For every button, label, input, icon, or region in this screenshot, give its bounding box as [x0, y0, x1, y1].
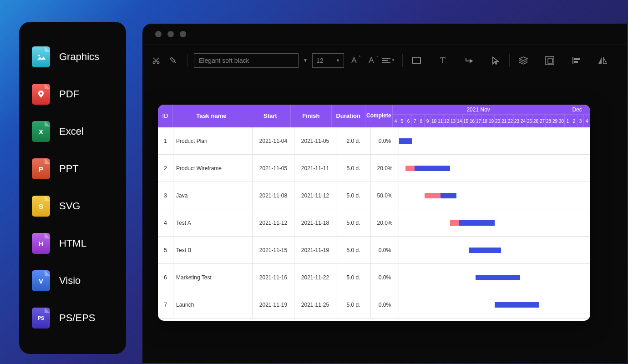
- cell-complete: 0.0%: [371, 291, 399, 318]
- cell-id: 1: [158, 127, 173, 154]
- align-left-button[interactable]: [569, 53, 583, 68]
- progress-bar[interactable]: [476, 275, 520, 280]
- progress-bar[interactable]: [495, 302, 539, 308]
- cell-duration: 5.0 d.: [336, 209, 371, 236]
- svg-point-1: [38, 55, 40, 56]
- bar-area: [399, 209, 590, 236]
- cell-finish: 2021-11-05: [294, 127, 336, 154]
- cell-task: Test B: [173, 237, 253, 263]
- maximize-dot[interactable]: [180, 31, 186, 37]
- day-cell: 2: [571, 115, 577, 127]
- sidebar-item-svg[interactable]: S SVG: [28, 187, 117, 225]
- cell-task: Java: [173, 182, 253, 209]
- table-row[interactable]: 1Product Plan2021-11-042021-11-052.0 d.0…: [158, 127, 590, 155]
- toolbar: Elegant soft black ▼ 12▼ A+ A- ▼ T: [142, 45, 627, 76]
- progress-bar[interactable]: [399, 138, 412, 144]
- graphics-icon: [32, 46, 50, 67]
- table-row[interactable]: 7Launch2021-11-192021-11-255.0 d.0.0%: [158, 291, 590, 318]
- sidebar-item-excel[interactable]: X Excel: [28, 113, 117, 150]
- bar-area: [399, 155, 590, 182]
- font-dropdown-caret[interactable]: ▼: [301, 58, 309, 63]
- group-button[interactable]: [542, 53, 557, 68]
- day-cell: 23: [514, 115, 520, 127]
- progress-bar[interactable]: [459, 220, 495, 226]
- day-cell: 12: [444, 115, 450, 127]
- cut-button[interactable]: [149, 53, 163, 68]
- rectangle-tool[interactable]: [409, 53, 424, 68]
- table-row[interactable]: 6Marketing Test2021-11-162021-11-225.0 d…: [158, 264, 590, 291]
- sidebar-item-ps[interactable]: PS PS/EPS: [28, 299, 117, 337]
- col-id: ID: [158, 105, 173, 127]
- pointer-tool[interactable]: [488, 53, 503, 68]
- day-cell: 8: [418, 115, 425, 127]
- day-cell: 13: [450, 115, 456, 127]
- cell-id: 3: [158, 182, 173, 209]
- sidebar-item-graphics[interactable]: Graphics: [28, 38, 117, 76]
- day-cell: 27: [539, 115, 546, 127]
- svg-rect-9: [548, 59, 552, 63]
- gantt-header: ID Task name Start Finish Duration Compl…: [158, 105, 590, 127]
- day-row: 4567891011121314151617181920212223242526…: [393, 115, 590, 127]
- gantt-body: 1Product Plan2021-11-042021-11-052.0 d.0…: [158, 127, 590, 318]
- table-row[interactable]: 5Test B2021-11-152021-11-195.0 d.0.0%: [158, 237, 590, 264]
- cell-duration: 5.0 d.: [336, 237, 371, 263]
- cell-id: 4: [158, 209, 173, 236]
- day-cell: 3: [577, 115, 584, 127]
- day-cell: 1: [565, 115, 571, 127]
- col-start: Start: [250, 105, 291, 127]
- align-button[interactable]: ▼: [381, 53, 396, 68]
- cell-complete: 20.0%: [371, 209, 399, 236]
- day-cell: 19: [488, 115, 495, 127]
- progress-bar[interactable]: [441, 193, 456, 198]
- size-select[interactable]: 12▼: [312, 53, 344, 68]
- size-value: 12: [316, 57, 324, 64]
- cell-finish: 2021-11-25: [294, 291, 336, 318]
- font-increase-button[interactable]: A+: [347, 53, 361, 68]
- day-cell: 17: [476, 115, 482, 127]
- svg-rect-12: [574, 61, 577, 63]
- sidebar-label: HTML: [59, 238, 86, 249]
- cell-task: Launch: [173, 291, 253, 318]
- bar-area: [399, 264, 590, 291]
- sidebar-item-visio[interactable]: V Visio: [28, 262, 117, 299]
- day-cell: 29: [552, 115, 558, 127]
- format-painter-button[interactable]: [166, 53, 181, 68]
- connector-tool[interactable]: [462, 53, 476, 68]
- sidebar-item-ppt[interactable]: P PPT: [28, 150, 117, 187]
- divider: [402, 54, 403, 67]
- day-cell: 30: [558, 115, 565, 127]
- table-row[interactable]: 4Test A2021-11-122021-11-185.0 d.20.0%: [158, 209, 590, 237]
- minimize-dot[interactable]: [167, 31, 174, 37]
- cell-finish: 2021-11-18: [294, 209, 336, 236]
- progress-bar[interactable]: [469, 248, 501, 253]
- cell-start: 2021-11-04: [253, 127, 294, 154]
- day-cell: 4: [584, 115, 590, 127]
- bar-area: [399, 127, 590, 154]
- day-cell: 10: [431, 115, 437, 127]
- font-select[interactable]: Elegant soft black: [194, 53, 299, 68]
- close-dot[interactable]: [155, 31, 162, 37]
- cell-duration: 5.0 d.: [336, 291, 371, 318]
- bar-area: [399, 182, 590, 209]
- table-row[interactable]: 3Java2021-11-082021-11-125.0 d.50.0%: [158, 182, 590, 209]
- layers-button[interactable]: [516, 53, 531, 68]
- sidebar-item-html[interactable]: H HTML: [28, 225, 117, 262]
- visio-icon: V: [32, 270, 50, 291]
- svg-point-3: [157, 61, 159, 64]
- day-cell: 11: [437, 115, 444, 127]
- font-decrease-button[interactable]: A-: [364, 53, 379, 68]
- flip-button[interactable]: [595, 53, 610, 68]
- sidebar-item-pdf[interactable]: PDF: [28, 76, 117, 113]
- text-tool[interactable]: T: [436, 53, 450, 68]
- day-cell: 20: [495, 115, 501, 127]
- table-row[interactable]: 2Product Wireframe2021-11-052021-11-115.…: [158, 155, 590, 182]
- ps-icon: PS: [32, 308, 50, 329]
- svg-icon: S: [32, 196, 50, 217]
- progress-bar[interactable]: [415, 166, 450, 171]
- svg-rect-11: [574, 58, 580, 60]
- excel-icon: X: [32, 121, 50, 142]
- cell-start: 2021-11-08: [253, 182, 294, 209]
- cell-id: 5: [158, 237, 173, 263]
- col-finish: Finish: [291, 105, 332, 127]
- day-cell: 15: [463, 115, 469, 127]
